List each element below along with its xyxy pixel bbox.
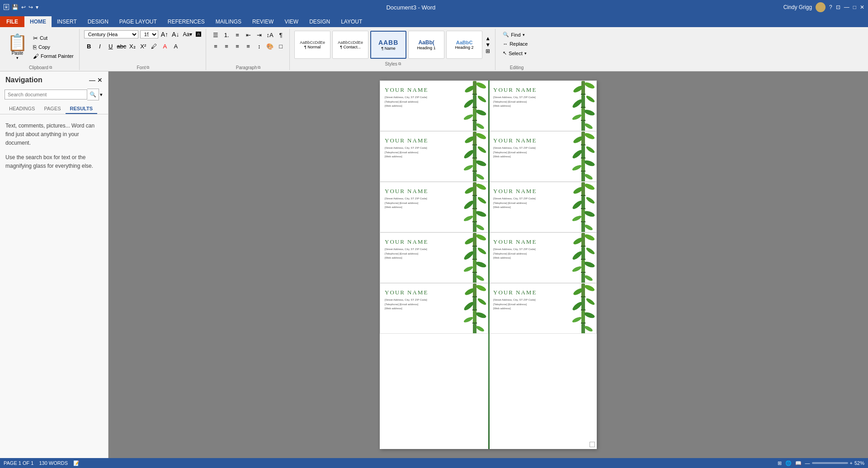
bamboo-decoration bbox=[463, 233, 488, 283]
tab-mailings[interactable]: MAILINGS bbox=[210, 16, 247, 27]
tab-home[interactable]: HOME bbox=[24, 16, 52, 27]
tab-references[interactable]: REFERENCES bbox=[162, 16, 210, 27]
paste-dropdown-icon[interactable]: ▾ bbox=[16, 56, 19, 60]
zoom-in-button[interactable]: + bbox=[850, 460, 853, 466]
font-size-selector[interactable]: 15 bbox=[140, 30, 158, 38]
style-heading1[interactable]: AaBb( Heading 1 bbox=[408, 31, 444, 59]
italic-button[interactable]: I bbox=[95, 41, 105, 51]
svg-point-136 bbox=[584, 284, 595, 292]
zoom-slider[interactable] bbox=[812, 462, 848, 464]
clipboard-expand-icon[interactable]: ⧉ bbox=[49, 65, 52, 70]
increase-indent-button[interactable]: ⇥ bbox=[254, 30, 264, 40]
paste-button[interactable]: 📋 Paste ▾ bbox=[5, 33, 29, 61]
nav-tab-headings[interactable]: HEADINGS bbox=[5, 104, 39, 114]
numbering-button[interactable]: 1. bbox=[222, 30, 231, 40]
text-effects-button[interactable]: A bbox=[171, 41, 181, 51]
strikethrough-button[interactable]: abc bbox=[117, 41, 127, 51]
title-bar-right: Cindy Grigg ? ⊡ — □ ✕ bbox=[783, 2, 864, 12]
align-center-button[interactable]: ≡ bbox=[222, 41, 231, 51]
paragraph-expand-icon[interactable]: ⧉ bbox=[258, 65, 260, 70]
bamboo-decoration bbox=[571, 132, 596, 181]
svg-rect-34 bbox=[473, 172, 476, 182]
nav-search-button[interactable]: 🔍 bbox=[87, 89, 99, 100]
nav-tab-pages[interactable]: PAGES bbox=[39, 104, 65, 114]
multilevel-list-button[interactable]: ≡ bbox=[232, 30, 242, 40]
font-color-button[interactable]: A bbox=[160, 41, 170, 51]
tab-page-layout[interactable]: PAGE LAYOUT bbox=[114, 16, 162, 27]
copy-button[interactable]: ⎘ Copy bbox=[31, 43, 75, 52]
quick-access-undo[interactable]: ↩ bbox=[21, 4, 26, 10]
card-details: [Street Address, City, ST ZIP Code][Tele… bbox=[493, 298, 536, 311]
bullets-button[interactable]: ☰ bbox=[211, 30, 221, 40]
find-button[interactable]: 🔍 Find ▾ bbox=[500, 31, 530, 38]
view-print-icon[interactable]: ⊞ bbox=[778, 460, 782, 466]
align-left-button[interactable]: ≡ bbox=[211, 41, 221, 51]
nav-minimize-icon[interactable]: — bbox=[89, 76, 95, 84]
grow-font-button[interactable]: A↑ bbox=[160, 30, 169, 39]
zoom-level: 52% bbox=[854, 460, 864, 466]
view-read-icon[interactable]: 📖 bbox=[795, 460, 802, 466]
underline-button[interactable]: U bbox=[106, 41, 116, 51]
quick-access-redo[interactable]: ↪ bbox=[28, 4, 33, 10]
tab-layout[interactable]: LAYOUT bbox=[335, 16, 368, 27]
nav-close-icon[interactable]: ✕ bbox=[97, 76, 103, 84]
styles-expand-icon[interactable]: ⧉ bbox=[398, 61, 401, 66]
zoom-out-button[interactable]: — bbox=[805, 460, 810, 466]
svg-rect-19 bbox=[581, 120, 585, 121]
tab-review[interactable]: REVIEW bbox=[247, 16, 279, 27]
superscript-button[interactable]: X² bbox=[138, 41, 148, 51]
svg-rect-102 bbox=[581, 260, 585, 273]
shrink-font-button[interactable]: A↓ bbox=[171, 30, 180, 39]
bold-button[interactable]: B bbox=[84, 41, 94, 51]
font-expand-icon[interactable]: ⧉ bbox=[146, 65, 149, 70]
view-web-icon[interactable]: 🌐 bbox=[785, 460, 792, 466]
nav-search-input[interactable] bbox=[5, 90, 87, 99]
clear-format-button[interactable]: 🅰 bbox=[195, 30, 202, 38]
style-normal[interactable]: AaBbCcDdEe ¶ Normal bbox=[294, 31, 330, 59]
cut-button[interactable]: ✂ Cut bbox=[31, 34, 75, 43]
proofing-icon[interactable]: 📝 bbox=[73, 460, 80, 466]
quick-access-save[interactable]: 💾 bbox=[12, 4, 19, 10]
styles-scroll-arrow[interactable]: ▲ ▼ ⊞ bbox=[484, 31, 491, 59]
svg-point-79 bbox=[571, 215, 582, 222]
status-left: PAGE 1 OF 1 130 WORDS 📝 bbox=[4, 460, 80, 466]
select-button[interactable]: ↖ Select ▾ bbox=[500, 49, 530, 57]
line-spacing-button[interactable]: ↕ bbox=[254, 41, 264, 51]
nav-tab-results[interactable]: RESULTS bbox=[66, 104, 98, 114]
select-dropdown[interactable]: ▾ bbox=[524, 51, 527, 56]
minimize-btn[interactable]: — bbox=[844, 4, 849, 10]
show-hide-button[interactable]: ¶ bbox=[276, 30, 286, 40]
maximize-btn[interactable]: □ bbox=[853, 4, 856, 10]
decrease-indent-button[interactable]: ⇤ bbox=[243, 30, 253, 40]
justify-button[interactable]: ≡ bbox=[243, 41, 253, 51]
sort-button[interactable]: ↕A bbox=[265, 30, 275, 40]
style-contact[interactable]: AaBbCcDdEe ¶ Contact... bbox=[332, 31, 368, 59]
svg-rect-74 bbox=[581, 209, 585, 222]
tab-design2[interactable]: DESIGN bbox=[304, 16, 335, 27]
restore-btn[interactable]: ⊡ bbox=[836, 4, 840, 10]
style-name[interactable]: AABB ¶ Name bbox=[370, 31, 406, 59]
document-area[interactable]: YOUR NAME [Street Address, City, ST ZIP … bbox=[108, 71, 868, 458]
svg-point-111 bbox=[584, 274, 593, 282]
format-painter-button[interactable]: 🖌 Format Painter bbox=[31, 52, 75, 61]
tab-view[interactable]: VIEW bbox=[279, 16, 304, 27]
change-case-button[interactable]: Aa▾ bbox=[182, 30, 193, 38]
table-handle[interactable] bbox=[590, 442, 595, 447]
tab-insert[interactable]: INSERT bbox=[52, 16, 82, 27]
subscript-button[interactable]: X₂ bbox=[127, 41, 137, 51]
help-btn[interactable]: ? bbox=[829, 4, 832, 10]
replace-button[interactable]: ↔ Replace bbox=[500, 40, 530, 47]
svg-point-54 bbox=[584, 159, 595, 167]
font-name-selector[interactable]: Century (Hea bbox=[84, 30, 138, 38]
tab-file[interactable]: FILE bbox=[0, 16, 24, 27]
tab-design[interactable]: DESIGN bbox=[82, 16, 114, 27]
align-right-button[interactable]: ≡ bbox=[232, 41, 242, 51]
style-heading2[interactable]: AaBbC Heading 2 bbox=[446, 31, 482, 59]
shading-button[interactable]: 🎨 bbox=[265, 41, 275, 51]
borders-button[interactable]: □ bbox=[276, 41, 286, 51]
nav-search-dropdown[interactable]: ▾ bbox=[99, 91, 104, 99]
close-btn[interactable]: ✕ bbox=[860, 4, 864, 10]
find-dropdown[interactable]: ▾ bbox=[523, 33, 525, 37]
svg-point-41 bbox=[475, 173, 485, 181]
text-highlight-button[interactable]: 🖊 bbox=[149, 41, 159, 51]
